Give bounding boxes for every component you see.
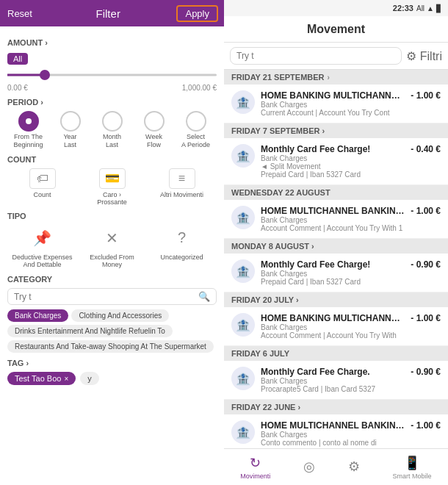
period-section-title: PERIOD › [7, 98, 217, 107]
period-month-last[interactable]: MonthLast [95, 111, 130, 149]
footer-movimenti[interactable]: ↻ Movimenti [240, 455, 270, 480]
tipo-options: 📌 Deductive Expenses And Dettable ✕ Excl… [7, 225, 217, 270]
movement-search-row: ⚙ Filtri [224, 43, 448, 70]
tipo-item-0[interactable]: 📌 Deductive Expenses And Dettable [11, 225, 73, 270]
tag-clothing[interactable]: Clothing And Accessories [71, 309, 169, 322]
slider-thumb[interactable] [40, 70, 50, 80]
movement-header: Movement [224, 16, 448, 43]
movement-amount: - 1.00 € [411, 313, 441, 323]
movement-title: HOME BANKING MULTICHANNEL-... [261, 313, 405, 323]
movement-sub2: Conto commento | conto al nome di [261, 439, 405, 447]
tag-drinks[interactable]: Drinks Entertainment And Nightlife Refue… [7, 325, 173, 337]
amount-slider[interactable] [7, 68, 217, 82]
count-icon-1: 💳 [99, 168, 126, 189]
search-icon: 🔍 [198, 291, 210, 302]
movement-amount: - 0.90 € [411, 259, 441, 270]
tag-section-title: TAG › [7, 359, 217, 367]
slider-max: 1,000.00 € [182, 84, 217, 92]
tag-active-pill[interactable]: Test Tao Boo × [7, 372, 76, 385]
movement-subtitle: Bank Charges [261, 377, 405, 385]
period-label-2: MonthLast [103, 133, 121, 149]
tag-input-row: Test Tao Boo × y [7, 372, 217, 385]
movement-item-3-0[interactable]: 🏦Monthly Card Fee Charge!Bank ChargesPre… [224, 254, 448, 292]
tag-y-button[interactable]: y [80, 372, 99, 385]
movement-subtitle: Bank Charges [261, 154, 405, 162]
date-header-5[interactable]: FRIDAY 6 JULY [224, 346, 448, 361]
category-search-input[interactable] [14, 292, 198, 302]
period-circle-0 [18, 111, 39, 132]
count-item-1[interactable]: 💳 Caro ›Prossante [87, 168, 138, 206]
movement-title: Monthly Card Fee Charge! [261, 259, 405, 270]
movement-item-1-0[interactable]: 🏦Monthly Card Fee Charge!Bank Charges◄ S… [224, 138, 448, 185]
movement-item-5-0[interactable]: 🏦Monthly Card Fee Charge.Bank ChargesPro… [224, 361, 448, 400]
tag-close-icon[interactable]: × [64, 375, 68, 383]
period-year-last[interactable]: YearLast [53, 111, 88, 149]
footer-smart-mobile[interactable]: 📱 Smart Mobile [393, 455, 432, 480]
tipo-item-2[interactable]: ? Uncategorized [151, 225, 213, 270]
count-item-0[interactable]: 🏷 Count [17, 168, 68, 206]
tipo-icon-2: ? [169, 225, 195, 251]
bank-icon: 🏦 [231, 367, 255, 390]
movement-sub3: ◄ Split Movement [261, 162, 405, 170]
count-icon-2: ≡ [169, 168, 195, 189]
tag-restaurants[interactable]: Restaurants And Take-away Shooping At Th… [7, 340, 214, 353]
tipo-icon-0: 📌 [29, 225, 56, 251]
smart-mobile-icon: 📱 [404, 455, 420, 471]
slider-range-labels: 0.00 € 1,000.00 € [7, 84, 217, 92]
filtri-button[interactable]: ⚙ Filtri [406, 49, 442, 63]
date-header-1[interactable]: FRIDAY 7 SEPTEMBER › [224, 123, 448, 138]
movement-title: Monthly Card Fee Charge! [261, 144, 405, 154]
amount-section-title: AMOUNT › [7, 38, 217, 47]
period-label-1: YearLast [63, 133, 76, 149]
tipo-item-1[interactable]: ✕ Excluded From Money [81, 225, 143, 270]
tipo-label-2: Uncategorized [160, 254, 203, 262]
date-header-0[interactable]: FRIDAY 21 SEPTEMBER › [224, 70, 448, 85]
date-header-6[interactable]: Friday 22 June › [224, 400, 448, 414]
count-item-2[interactable]: ≡ Altri Movimenti [156, 168, 208, 206]
count-label-2: Altri Movimenti [160, 191, 203, 198]
date-header-2[interactable]: WEDNESDAY 22 AUGUST [224, 185, 448, 200]
period-select[interactable]: SelectA Periode [178, 111, 214, 149]
apply-button[interactable]: Apply [176, 5, 218, 22]
movement-sub2: Procarapte5 Card | Iban Card 5327 [261, 385, 405, 393]
movement-details: HOME MULTICHANNEL BANKING-...Bank Charge… [261, 206, 405, 232]
movement-sub2: Account Comment | Account You Try With 1 [261, 224, 405, 232]
period-label-0: From TheBeginning [13, 133, 43, 149]
bank-icon: 🏦 [231, 259, 255, 283]
movement-sub2: Account Comment | Account You Try With [261, 331, 405, 340]
tipo-icon-1: ✕ [99, 225, 126, 251]
count-icon-0: 🏷 [29, 168, 56, 189]
movement-search-input[interactable] [230, 47, 402, 65]
date-header-4[interactable]: Friday 20 July › [224, 292, 448, 307]
footer-settings[interactable]: ⚙ [348, 459, 360, 476]
movement-panel: 22:33 All ▲ ▊ Movement ⚙ Filtri FRIDAY 2… [224, 0, 448, 485]
movement-subtitle: Bank Charges [261, 216, 405, 224]
period-week-flow[interactable]: WeekFlow [137, 111, 172, 149]
movement-item-6-0[interactable]: 🏦HOME MULTICHANNEL BANKING '...Bank Char… [224, 414, 448, 448]
movement-item-4-0[interactable]: 🏦HOME BANKING MULTICHANNEL-...Bank Charg… [224, 307, 448, 346]
filter-panel: Reset Filter Apply AMOUNT › All 0.00 € 1… [0, 0, 224, 485]
footer-item-2[interactable]: ◎ [303, 459, 315, 476]
bank-icon: 🏦 [231, 420, 255, 444]
tag-bank-charges[interactable]: Bank Charges [7, 309, 68, 322]
movement-item-2-0[interactable]: 🏦HOME MULTICHANNEL BANKING-...Bank Charg… [224, 200, 448, 239]
movimenti-icon: ↻ [250, 455, 261, 471]
app-footer: ↻ Movimenti ◎ ⚙ 📱 Smart Mobile [224, 448, 448, 485]
footer-label-smart: Smart Mobile [393, 473, 432, 480]
category-section-title: CATEGORY [7, 275, 217, 284]
period-circle-2 [102, 111, 123, 132]
movement-amount: - 0.40 € [411, 144, 441, 154]
count-section-title: COUNT [7, 155, 217, 164]
date-arrow-icon: › [328, 73, 330, 82]
movement-subtitle: Bank Charges [261, 431, 405, 439]
movement-title: HOME MULTICHANNEL BANKING-... [261, 206, 405, 216]
period-from-beginning[interactable]: From TheBeginning [11, 111, 46, 149]
tag-active-label: Test Tao Boo [15, 374, 61, 383]
amount-all-badge[interactable]: All [7, 53, 28, 65]
date-header-3[interactable]: MONDAY 8 AUGUST › [224, 239, 448, 254]
reset-button[interactable]: Reset [0, 0, 40, 26]
movement-title: Movement [307, 23, 365, 36]
movement-subtitle: Bank Charges [261, 323, 405, 331]
movement-item-0-0[interactable]: 🏦HOME BANKING MULTICHANNEL-...Bank Charg… [224, 85, 448, 123]
bank-icon: 🏦 [231, 313, 255, 337]
